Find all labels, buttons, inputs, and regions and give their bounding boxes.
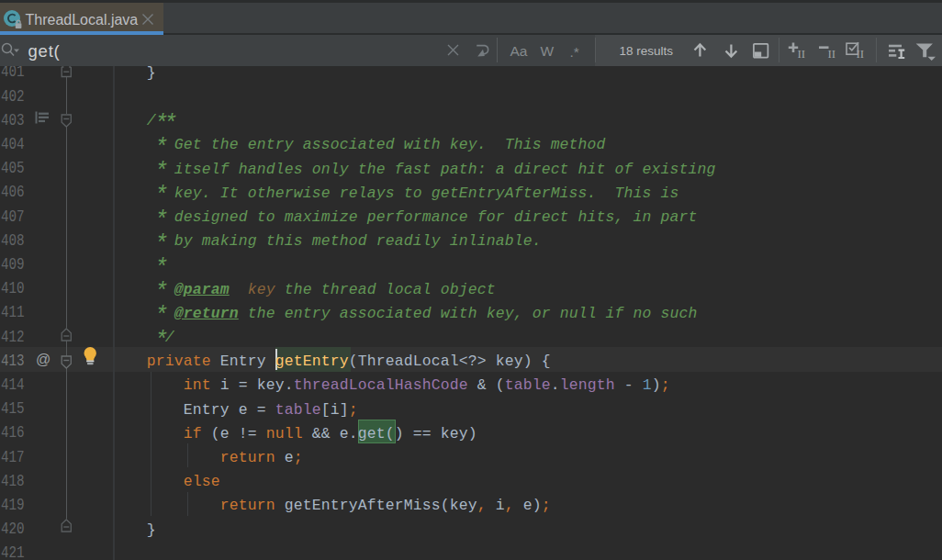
svg-text:II: II <box>798 47 806 61</box>
svg-text:II: II <box>828 47 836 61</box>
svg-text:II: II <box>857 47 865 61</box>
